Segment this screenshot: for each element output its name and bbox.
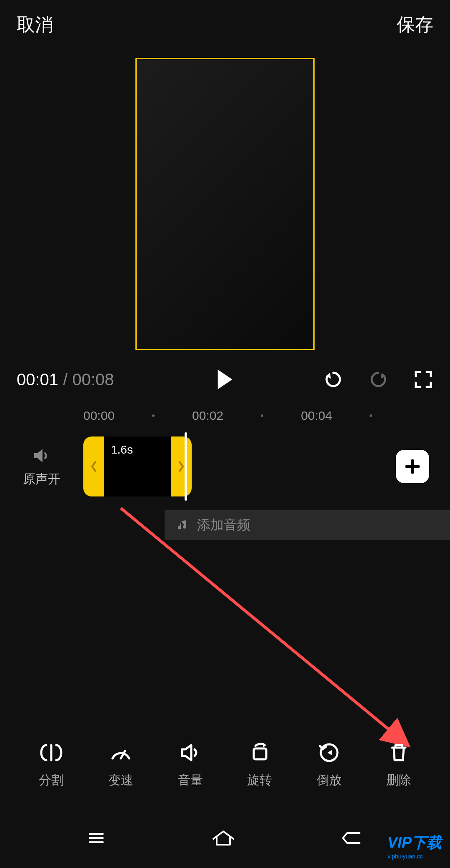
delete-tool[interactable]: 删除 bbox=[386, 740, 411, 789]
svg-line-0 bbox=[121, 508, 408, 746]
playback-controls: 00:01 / 00:08 bbox=[0, 359, 450, 400]
video-clip[interactable]: 1.6s bbox=[83, 436, 192, 496]
system-nav-bar bbox=[0, 810, 450, 868]
cancel-button[interactable]: 取消 bbox=[17, 12, 53, 37]
split-tool[interactable]: 分割 bbox=[39, 740, 64, 789]
split-icon bbox=[39, 740, 64, 765]
video-preview-area bbox=[0, 58, 450, 350]
nav-back-button[interactable] bbox=[339, 826, 365, 851]
header: 取消 保存 bbox=[0, 0, 450, 50]
time-display: 00:01 / 00:08 bbox=[17, 370, 114, 389]
play-button[interactable] bbox=[215, 369, 235, 389]
video-preview-frame[interactable] bbox=[135, 58, 315, 350]
add-clip-button[interactable] bbox=[396, 450, 429, 483]
clip-handle-left[interactable] bbox=[83, 436, 104, 496]
home-icon bbox=[210, 826, 237, 850]
plus-icon bbox=[403, 457, 422, 476]
add-audio-label: 添加音频 bbox=[197, 516, 250, 534]
undo-icon bbox=[323, 369, 343, 389]
ruler-mark: 00:00 bbox=[83, 409, 115, 423]
back-icon bbox=[339, 826, 365, 850]
current-time: 00:01 bbox=[17, 370, 58, 389]
reverse-icon bbox=[317, 740, 342, 765]
redo-button[interactable] bbox=[368, 369, 388, 389]
audio-toggle-label: 原声开 bbox=[23, 471, 60, 488]
volume-icon bbox=[178, 740, 203, 765]
speed-icon bbox=[108, 740, 133, 765]
chevron-left-icon bbox=[90, 460, 98, 473]
ruler-mark: 00:02 bbox=[192, 409, 223, 423]
timeline-ruler: 00:00 00:02 00:04 bbox=[0, 400, 450, 431]
rotate-icon bbox=[247, 740, 272, 765]
nav-home-button[interactable] bbox=[210, 826, 237, 851]
add-audio-track[interactable]: 添加音频 bbox=[165, 510, 450, 540]
bottom-toolbar: 分割 变速 音量 旋转 倒放 删除 bbox=[0, 740, 450, 789]
reverse-tool[interactable]: 倒放 bbox=[317, 740, 342, 789]
speaker-icon bbox=[32, 446, 52, 466]
speed-tool[interactable]: 变速 bbox=[108, 740, 133, 789]
redo-icon bbox=[368, 369, 388, 389]
save-button[interactable]: 保存 bbox=[397, 12, 433, 37]
total-time: 00:08 bbox=[72, 370, 114, 389]
play-icon bbox=[216, 369, 234, 390]
fullscreen-icon bbox=[414, 370, 432, 389]
watermark: VIP下载 viphuiyuan.cc bbox=[388, 833, 442, 860]
clip-handle-right[interactable] bbox=[171, 436, 192, 496]
annotation-arrow bbox=[117, 504, 425, 762]
ruler-dot bbox=[370, 414, 372, 417]
ruler-mark: 00:04 bbox=[301, 409, 332, 423]
timeline-area[interactable]: 原声开 1.6s bbox=[0, 431, 450, 502]
nav-menu-button[interactable] bbox=[85, 826, 108, 851]
clip-thumbnail[interactable]: 1.6s bbox=[104, 436, 171, 496]
rotate-tool[interactable]: 旋转 bbox=[247, 740, 272, 789]
clip-duration-label: 1.6s bbox=[111, 443, 133, 456]
ruler-dot bbox=[152, 414, 155, 417]
music-note-icon bbox=[177, 519, 189, 531]
volume-tool[interactable]: 音量 bbox=[178, 740, 203, 789]
fullscreen-button[interactable] bbox=[413, 369, 433, 389]
chevron-right-icon bbox=[177, 460, 185, 473]
trash-icon bbox=[386, 740, 411, 765]
original-audio-toggle[interactable]: 原声开 bbox=[17, 446, 67, 488]
ruler-dot bbox=[261, 414, 263, 417]
svg-rect-2 bbox=[254, 748, 266, 759]
playhead[interactable] bbox=[185, 432, 187, 501]
menu-icon bbox=[85, 826, 108, 850]
undo-button[interactable] bbox=[323, 369, 343, 389]
